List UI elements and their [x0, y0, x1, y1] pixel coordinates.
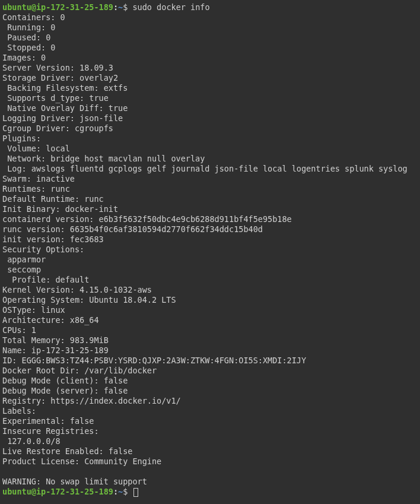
output-line: Backing Filesystem: extfs	[2, 83, 418, 93]
output-line: init version: fec3683	[2, 234, 418, 245]
output-line: Images: 0	[2, 53, 418, 63]
prompt-sep: :	[113, 487, 118, 496]
prompt-dollar: $	[123, 487, 132, 496]
prompt-line-2: ubuntu@ip-172-31-25-189:~$	[2, 487, 418, 497]
output-line: Insecure Registries:	[2, 426, 418, 436]
prompt-path: ~	[118, 487, 123, 496]
output-line: Server Version: 18.09.3	[2, 63, 418, 73]
output-line: Name: ip-172-31-25-189	[2, 345, 418, 356]
output-line: Logging Driver: json-file	[2, 113, 418, 123]
output-line: Log: awslogs fluentd gcplogs gelf journa…	[2, 164, 418, 174]
prompt-sep: :	[113, 2, 118, 12]
output-line: Docker Root Dir: /var/lib/docker	[2, 366, 418, 376]
output-line: Supports d_type: true	[2, 93, 418, 103]
output-line: Volume: local	[2, 144, 418, 154]
output-line: ID: EGGG:BWS3:TZ44:PSBV:YSRD:QJXP:2A3W:Z…	[2, 356, 418, 366]
output-line: Operating System: Ubuntu 18.04.2 LTS	[2, 295, 418, 305]
prompt-path: ~	[118, 2, 123, 12]
output-line: Network: bridge host macvlan null overla…	[2, 154, 418, 164]
output-line: Labels:	[2, 406, 418, 416]
output-line	[2, 467, 418, 477]
output-line: Native Overlay Diff: true	[2, 103, 418, 113]
output-line: Swarm: inactive	[2, 174, 418, 184]
output-line: CPUs: 1	[2, 325, 418, 335]
output-line: Running: 0	[2, 23, 418, 33]
output-line: seccomp	[2, 265, 418, 275]
output-line: Containers: 0	[2, 12, 418, 23]
output-line: Kernel Version: 4.15.0-1032-aws	[2, 285, 418, 295]
output-line: Init Binary: docker-init	[2, 204, 418, 214]
output-line: Storage Driver: overlay2	[2, 73, 418, 83]
output-line: runc version: 6635b4f0c6af3810594d2770f6…	[2, 224, 418, 234]
output-line: Live Restore Enabled: false	[2, 446, 418, 457]
cursor-icon	[133, 488, 138, 497]
command-output: Containers: 0 Running: 0 Paused: 0 Stopp…	[2, 12, 418, 487]
output-line: containerd version: e6b3f5632f50dbc4e9cb…	[2, 214, 418, 224]
prompt-user: ubuntu@ip-172-31-25-189	[2, 487, 113, 496]
output-line: Debug Mode (client): false	[2, 376, 418, 386]
output-line: WARNING: No swap limit support	[2, 477, 418, 487]
output-line: Architecture: x86_64	[2, 315, 418, 325]
output-line: apparmor	[2, 255, 418, 265]
output-line: Cgroup Driver: cgroupfs	[2, 123, 418, 134]
prompt-user: ubuntu@ip-172-31-25-189	[2, 2, 113, 12]
output-line: Profile: default	[2, 275, 418, 285]
output-line: Product License: Community Engine	[2, 457, 418, 467]
output-line: Registry: https://index.docker.io/v1/	[2, 396, 418, 406]
output-line: Runtimes: runc	[2, 184, 418, 194]
output-line: Paused: 0	[2, 33, 418, 43]
output-line: Debug Mode (server): false	[2, 386, 418, 396]
output-line: Total Memory: 983.9MiB	[2, 335, 418, 345]
output-line: 127.0.0.0/8	[2, 436, 418, 446]
prompt-line-1: ubuntu@ip-172-31-25-189:~$ sudo docker i…	[2, 2, 418, 12]
output-line: Plugins:	[2, 134, 418, 144]
command-text: sudo docker info	[132, 2, 209, 12]
output-line: Stopped: 0	[2, 43, 418, 53]
terminal[interactable]: ubuntu@ip-172-31-25-189:~$ sudo docker i…	[2, 2, 418, 497]
output-line: Security Options:	[2, 245, 418, 255]
output-line: Experimental: false	[2, 416, 418, 426]
prompt-dollar: $	[123, 2, 132, 12]
output-line: OSType: linux	[2, 305, 418, 315]
output-line: Default Runtime: runc	[2, 194, 418, 204]
